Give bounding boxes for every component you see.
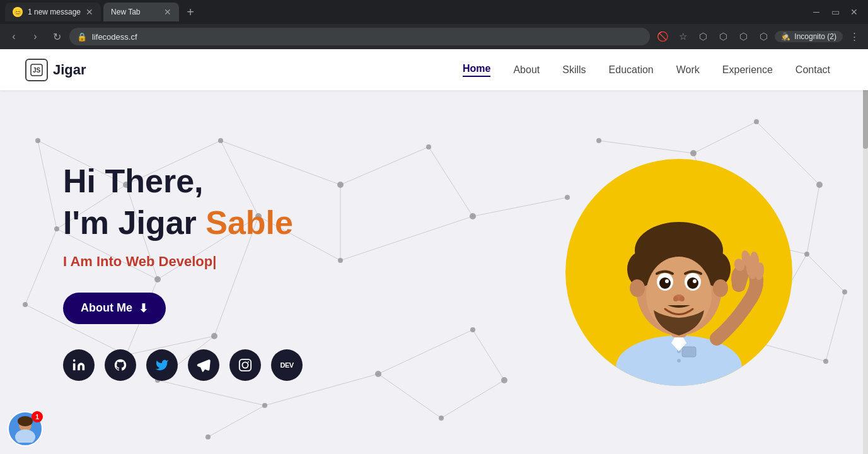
svg-point-42: [35, 138, 40, 143]
svg-point-94: [687, 277, 698, 289]
svg-line-36: [441, 380, 504, 418]
nav-contact[interactable]: Contact: [796, 64, 830, 76]
tab-label: 1 new message: [28, 8, 81, 16]
svg-point-96: [693, 279, 697, 283]
svg-point-61: [804, 252, 809, 257]
svg-point-73: [73, 359, 76, 362]
logo-text: Jigar: [53, 62, 86, 78]
svg-line-37: [473, 330, 504, 380]
nav-about[interactable]: About: [513, 64, 540, 76]
menu-button[interactable]: ⋮: [845, 28, 863, 45]
svg-point-58: [690, 150, 697, 156]
svg-point-76: [248, 361, 249, 363]
scrollbar[interactable]: [863, 73, 868, 454]
bookmark-icon[interactable]: ☆: [674, 28, 692, 45]
tab-newtab-close[interactable]: ✕: [164, 7, 171, 17]
toolbar-right: 🚫 ☆ ⬡ ⬡ ⬡ ⬡ 🕵 Incognito (2) ⋮: [654, 28, 863, 45]
hero-greeting: Hi There,: [63, 163, 303, 199]
svg-point-44: [218, 138, 223, 143]
svg-point-55: [470, 213, 476, 219]
no-tracking-icon[interactable]: 🚫: [654, 28, 671, 45]
logo-icon: JS: [25, 59, 48, 81]
github-icon[interactable]: [105, 349, 136, 381]
hero-content: Hi There, I'm Jigar Sable I Am Into Web …: [0, 163, 303, 380]
svg-line-27: [807, 185, 819, 254]
nav-work[interactable]: Work: [676, 64, 700, 76]
new-tab-button[interactable]: +: [182, 3, 199, 21]
svg-line-19: [340, 147, 429, 185]
svg-point-66: [842, 289, 847, 294]
maximize-button[interactable]: ▭: [826, 3, 844, 21]
svg-rect-81: [682, 347, 696, 357]
nav-education[interactable]: Education: [609, 64, 654, 76]
hero-name: I'm Jigar Sable: [63, 205, 303, 241]
devto-icon[interactable]: DEV: [271, 349, 303, 381]
svg-point-70: [470, 327, 475, 332]
nav-home[interactable]: Home: [463, 63, 490, 77]
telegram-icon[interactable]: [188, 349, 219, 381]
svg-line-33: [826, 292, 845, 361]
svg-line-35: [378, 374, 441, 418]
extensions-icon[interactable]: ⬡: [755, 28, 772, 45]
svg-point-106: [18, 416, 33, 426]
site-logo[interactable]: JS Jigar: [25, 59, 86, 81]
reload-button[interactable]: ↻: [48, 28, 66, 45]
devto-label: DEV: [280, 361, 293, 369]
svg-line-24: [693, 122, 756, 153]
extension3-icon[interactable]: ⬡: [734, 28, 752, 45]
svg-point-49: [337, 182, 344, 188]
svg-point-59: [754, 119, 759, 124]
hero-tagline: I Am Into Web Develop|: [63, 253, 303, 270]
arrow-down-icon: ⬇: [139, 301, 148, 315]
nav-links: Home About Skills Education Work Experie…: [463, 63, 830, 77]
profile-bubble-area: 1: [8, 411, 43, 446]
minimize-button[interactable]: ─: [807, 3, 825, 21]
svg-point-93: [659, 277, 671, 289]
hero-name-highlight: Sable: [205, 204, 293, 241]
svg-rect-74: [240, 359, 251, 371]
window-controls: ─ ▭ ✕: [807, 3, 863, 21]
site-navbar: JS Jigar Home About Skills Education Wor…: [0, 49, 868, 90]
svg-point-88: [630, 279, 645, 297]
svg-point-67: [375, 371, 381, 377]
tab-newtab-label: New Tab: [111, 8, 140, 16]
hero-name-prefix: I'm Jigar: [63, 204, 205, 241]
svg-point-98: [673, 296, 678, 301]
tab-newtab[interactable]: New Tab ✕: [103, 3, 179, 21]
svg-text:JS: JS: [33, 67, 41, 74]
hero-tagline-highlight: Web Develop|: [125, 253, 216, 269]
nav-skills[interactable]: Skills: [562, 64, 586, 76]
extension1-icon[interactable]: ⬡: [694, 28, 712, 45]
twitter-icon[interactable]: [146, 349, 178, 381]
incognito-avatar: 🕵: [781, 32, 790, 41]
svg-point-89: [713, 279, 728, 297]
nav-experience[interactable]: Experience: [722, 64, 773, 76]
svg-line-23: [599, 141, 693, 153]
incognito-button[interactable]: 🕵 Incognito (2): [775, 31, 843, 42]
svg-line-41: [158, 380, 265, 405]
incognito-label: Incognito (2): [794, 32, 836, 41]
svg-line-40: [208, 405, 265, 437]
tab-close-button[interactable]: ✕: [86, 7, 93, 17]
svg-line-38: [378, 330, 473, 374]
svg-point-54: [426, 144, 431, 149]
linkedin-icon[interactable]: [63, 349, 95, 381]
close-button[interactable]: ✕: [845, 3, 863, 21]
about-me-button[interactable]: About Me ⬇: [63, 293, 166, 324]
url-bar[interactable]: 🔒 lifecodess.cf: [69, 28, 650, 45]
svg-point-48: [338, 258, 343, 263]
back-button[interactable]: ‹: [5, 28, 23, 45]
svg-point-80: [677, 359, 681, 363]
svg-point-95: [665, 279, 669, 283]
svg-line-22: [473, 197, 567, 216]
svg-point-65: [823, 359, 828, 364]
tab-active[interactable]: 😊 1 new message ✕: [5, 3, 101, 21]
forward-button[interactable]: ›: [26, 28, 44, 45]
svg-line-21: [340, 216, 473, 260]
extension2-icon[interactable]: ⬡: [714, 28, 732, 45]
webpage: JS Jigar Home About Skills Education Wor…: [0, 49, 868, 454]
instagram-icon[interactable]: [229, 349, 261, 381]
svg-line-34: [807, 254, 845, 292]
notification-badge: 1: [32, 411, 43, 422]
svg-point-71: [262, 403, 267, 408]
